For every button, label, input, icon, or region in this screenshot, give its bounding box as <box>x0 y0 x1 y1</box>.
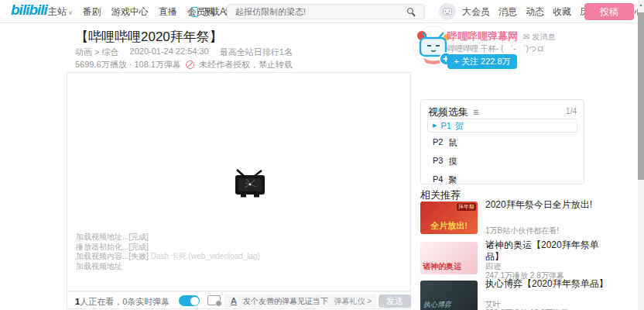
danmaku-toggle[interactable] <box>179 295 200 306</box>
search-icon[interactable] <box>407 8 413 14</box>
danmaku-etiquette-link[interactable]: 弹幕礼仪 > <box>334 296 372 307</box>
thumbnail-caption: 全片放出! <box>420 220 478 232</box>
upload-button[interactable]: 投稿 <box>584 3 634 20</box>
video-meta-line2: 5699.6万播放 · 108.1万弹幕 未经作者授权，禁止转载 <box>75 59 293 71</box>
text-style-icon[interactable]: A <box>231 297 237 305</box>
nav-item-home[interactable]: 主站∨ <box>48 5 73 19</box>
send-message-link[interactable]: ✉发消息 <box>523 32 555 43</box>
playlist-title: 视频选集 <box>428 105 468 119</box>
playlist-panel: 视频选集 ≡ 1/4 ▶ P1贺 P2鼠 P3摸 P4聚 <box>420 99 584 184</box>
related-title-3[interactable]: 执心博弈【2020拜年祭单品】 <box>485 278 611 290</box>
playlist-item-p1[interactable]: ▶ P1贺 <box>427 119 577 133</box>
nav-item-favorites[interactable]: 收藏 <box>553 5 571 19</box>
tv-loading-icon <box>232 169 268 200</box>
scrollbar-up-icon[interactable]: ▲ <box>638 2 644 7</box>
watching-status: 1人正在看，0条实时弹幕 <box>75 296 170 308</box>
related-title-1[interactable]: 2020拜年祭今日全片放出! <box>485 199 611 211</box>
follow-button[interactable]: + 关注 222.8万 <box>447 54 517 69</box>
related-thumbnail-1[interactable]: 拜年祭 全片放出! <box>420 202 478 234</box>
log-line: 加载视频内容...[失败] Dash 卡死 (web_videoload_lag… <box>76 252 260 262</box>
log-line: 加载视频地址 <box>76 262 260 272</box>
play-icon: ▶ <box>433 122 437 129</box>
related-section-title: 相关推荐 <box>420 188 461 202</box>
playlist-menu-icon[interactable]: ≡ <box>473 107 478 118</box>
play-danmaku-stats: 5699.6万播放 · 108.1万弹幕 <box>75 59 181 71</box>
video-player[interactable]: 加载视频地址...[完成] 播放器初始化...[完成] 加载视频内容...[失败… <box>67 72 411 291</box>
video-title: 【哔哩哔哩2020拜年祭】 <box>75 28 223 46</box>
danmaku-bar: 1人正在看，0条实时弹幕 A 弹幕礼仪 > 发送 <box>67 291 411 309</box>
send-danmaku-button[interactable]: 发送 <box>379 294 411 308</box>
related-thumbnail-3[interactable]: 执心博弈 <box>420 281 478 310</box>
playlist-item-p2[interactable]: P2鼠 <box>433 137 457 149</box>
nav-item-live[interactable]: 直播 <box>159 5 177 19</box>
bilibili-video-page: bilibili 主站∨ 番剧 游戏中心 直播 会员购 漫画 赛事 下载APP … <box>0 0 644 310</box>
playlist-page-indicator: 1/4 <box>566 107 577 115</box>
publish-time: 2020-01-24 22:54:30 <box>130 46 209 58</box>
playlist-header: 视频选集 ≡ <box>428 105 478 119</box>
user-avatar[interactable] <box>439 3 456 20</box>
danmaku-input-area: A 弹幕礼仪 > <box>224 294 377 308</box>
log-line: 播放器初始化...[完成] <box>76 243 260 253</box>
video-meta-line1: 动画 > 综合 2020-01-24 22:54:30 最高全站日排行1名 <box>75 46 293 58</box>
vertical-scrollbar[interactable]: ▲ <box>638 0 644 310</box>
nav-item-messages[interactable]: 消息 <box>498 5 517 19</box>
envelope-icon: ✉ <box>523 33 529 41</box>
uploader-bio: 哔哩哔哩 干杯- ( ゜- ゜)つロ <box>447 43 544 54</box>
top-navbar: bilibili 主站∨ 番剧 游戏中心 直播 会员购 漫画 赛事 下载APP … <box>0 0 644 23</box>
nav-item-game-center[interactable]: 游戏中心 <box>111 5 149 19</box>
playlist-item-p4[interactable]: P4聚 <box>433 174 457 186</box>
danmaku-input[interactable] <box>243 297 334 305</box>
no-reprint-icon <box>186 60 194 69</box>
bilibili-logo[interactable]: bilibili <box>11 2 47 19</box>
copyright-notice: 未经作者授权，禁止转载 <box>199 59 293 71</box>
uploader-name[interactable]: 哔哩哔哩弹幕网 <box>447 29 518 43</box>
search-box <box>227 4 425 19</box>
nav-item-feed[interactable]: 动态 <box>526 5 544 19</box>
thumbnail-badge: 拜年祭 <box>457 203 476 211</box>
breadcrumb[interactable]: 动画 > 综合 <box>75 46 119 58</box>
related-subtitle-1: 1万B站小伙伴都在看! <box>485 226 559 236</box>
chevron-down-icon: ∨ <box>68 9 73 16</box>
player-load-log: 加载视频地址...[完成] 播放器初始化...[完成] 加载视频内容...[失败… <box>76 232 260 271</box>
danmaku-settings-icon[interactable] <box>207 295 221 305</box>
log-line: 加载视频地址...[完成] <box>76 232 260 243</box>
nav-item-vip[interactable]: 大会员 <box>462 5 490 19</box>
thumbnail-caption: 诸神的奥运 <box>423 261 461 272</box>
scrollbar-thumb[interactable] <box>638 12 644 180</box>
phone-download-icon <box>191 7 198 17</box>
related-thumbnail-2[interactable]: 诸神的奥运 <box>420 242 478 274</box>
plus-icon: + <box>454 57 458 66</box>
search-input[interactable] <box>228 5 402 19</box>
related-title-2[interactable]: 诸神的奥运【2020拜年祭单品】 <box>485 239 611 263</box>
rank-badge: 最高全站日排行1名 <box>220 46 293 58</box>
nav-item-bangumi[interactable]: 番剧 <box>83 5 101 19</box>
thumbnail-caption: 执心博弈 <box>423 300 451 310</box>
playlist-item-p3[interactable]: P3摸 <box>433 156 457 167</box>
